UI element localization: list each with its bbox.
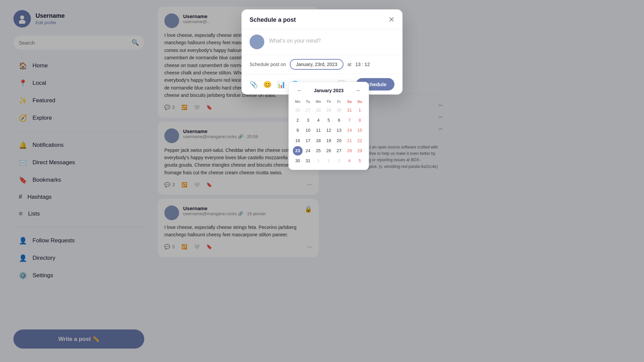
cal-day-31-prev[interactable]: 31	[344, 106, 354, 115]
cal-day-6[interactable]: 6	[334, 116, 344, 125]
time-hour[interactable]: 13	[355, 62, 361, 67]
cal-day-20[interactable]: 20	[334, 136, 344, 145]
cal-day-16[interactable]: 16	[293, 136, 303, 145]
cal-day-1-w1[interactable]: 1	[355, 106, 365, 115]
schedule-row: Schedule post on January, 23rd, 2023 at …	[241, 55, 402, 74]
cal-header-mo: Mo	[293, 98, 303, 105]
cal-day-23[interactable]: 23	[293, 146, 303, 156]
cal-day-3-next[interactable]: 3	[334, 156, 344, 166]
cal-day-19[interactable]: 19	[324, 136, 334, 145]
date-picker-button[interactable]: January, 23rd, 2023	[290, 59, 343, 70]
cal-day-28-prev[interactable]: 28	[314, 106, 323, 115]
cal-day-22[interactable]: 22	[355, 136, 365, 145]
cal-day-3[interactable]: 3	[303, 116, 313, 125]
modal-container: Schedule a post ✕ What's on your mind? S…	[241, 5, 402, 95]
calendar-prev-button[interactable]: ←	[294, 86, 305, 95]
cal-day-18[interactable]: 18	[314, 136, 323, 145]
schedule-label: Schedule post on	[250, 62, 286, 67]
at-label: at	[347, 62, 352, 67]
modal-title: Schedule a post	[250, 16, 296, 23]
attach-icon[interactable]: 📎	[250, 80, 258, 88]
emoji-icon[interactable]: 😊	[263, 80, 272, 88]
cal-day-12[interactable]: 12	[324, 126, 334, 135]
modal-compose-area: What's on your mind?	[241, 29, 402, 55]
cal-day-26[interactable]: 26	[324, 146, 334, 156]
calendar-next-button[interactable]: →	[353, 86, 363, 95]
modal-overlay[interactable]: Schedule a post ✕ What's on your mind? S…	[0, 0, 644, 362]
calendar-nav: ← January 2023 →	[293, 86, 365, 95]
modal-close-button[interactable]: ✕	[388, 16, 394, 23]
cal-day-5[interactable]: 5	[324, 116, 334, 125]
cal-day-8[interactable]: 8	[355, 116, 365, 125]
cal-day-27[interactable]: 27	[334, 146, 344, 156]
compose-avatar	[250, 35, 264, 49]
cal-day-13[interactable]: 13	[334, 126, 344, 135]
cal-day-11[interactable]: 11	[314, 126, 323, 135]
cal-header-sa: Sa	[344, 98, 354, 105]
time-minute[interactable]: 12	[365, 62, 370, 67]
poll-icon[interactable]: 📊	[277, 80, 285, 88]
cal-day-24[interactable]: 24	[303, 146, 313, 156]
cal-header-fr: Fr	[334, 98, 344, 105]
cal-day-30[interactable]: 30	[293, 156, 303, 166]
calendar-popup: ← January 2023 → Mo Tu We Th Fr Sa Su 26…	[288, 82, 369, 170]
cal-day-26-prev[interactable]: 26	[293, 106, 303, 115]
cal-day-5-next[interactable]: 5	[355, 156, 365, 166]
cal-day-31[interactable]: 31	[303, 156, 313, 166]
cal-day-29-prev[interactable]: 29	[324, 106, 334, 115]
cal-day-2-next[interactable]: 2	[324, 156, 334, 166]
time-colon: :	[362, 62, 363, 67]
cal-day-1-next[interactable]: 1	[314, 156, 323, 166]
cal-day-2[interactable]: 2	[293, 116, 303, 125]
cal-day-4-next[interactable]: 4	[344, 156, 354, 166]
compose-placeholder[interactable]: What's on your mind?	[269, 35, 321, 44]
cal-day-15[interactable]: 15	[355, 126, 365, 135]
cal-header-su: Su	[355, 98, 365, 105]
cal-day-7[interactable]: 7	[344, 116, 354, 125]
cal-header-we: We	[314, 98, 323, 105]
time-input: 13 : 12	[355, 62, 370, 67]
cal-day-25[interactable]: 25	[314, 146, 323, 156]
cal-day-9[interactable]: 9	[293, 126, 303, 135]
cal-day-14[interactable]: 14	[344, 126, 354, 135]
modal-header: Schedule a post ✕	[241, 9, 402, 29]
cal-day-27-prev[interactable]: 27	[303, 106, 313, 115]
cal-day-17[interactable]: 17	[303, 136, 313, 145]
cal-day-30-prev[interactable]: 30	[334, 106, 344, 115]
cal-day-4[interactable]: 4	[314, 116, 323, 125]
calendar-month-label: January 2023	[314, 88, 344, 93]
cal-day-21[interactable]: 21	[344, 136, 354, 145]
cal-day-10[interactable]: 10	[303, 126, 313, 135]
cal-day-28[interactable]: 28	[344, 146, 354, 156]
calendar-grid: Mo Tu We Th Fr Sa Su 26 27 28 29 30 31 1…	[293, 98, 365, 166]
cal-day-29[interactable]: 29	[355, 146, 365, 156]
cal-header-th: Th	[324, 98, 334, 105]
cal-header-tu: Tu	[303, 98, 313, 105]
